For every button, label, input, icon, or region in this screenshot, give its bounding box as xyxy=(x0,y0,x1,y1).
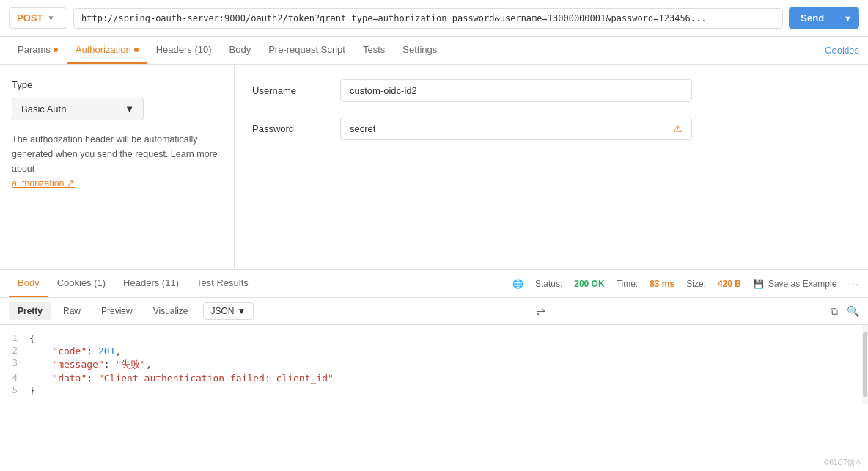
time-prefix: Time: xyxy=(617,279,639,289)
code-line-4: 4 "data": "Client authentication failed:… xyxy=(0,372,868,384)
line-num-4: 4 xyxy=(0,373,29,383)
fmt-raw-label: Raw xyxy=(63,306,81,316)
copy-icon[interactable]: ⧉ xyxy=(831,305,838,318)
tab-headers-label: Headers (10) xyxy=(156,44,212,55)
response-status: 🌐 Status: 200 OK Time: 83 ms Size: 420 B… xyxy=(512,278,859,290)
warning-icon: ⚠ xyxy=(673,123,683,134)
resp-tab-headers-label: Headers (11) xyxy=(123,277,179,288)
response-tabs-bar: Body Cookies (1) Headers (11) Test Resul… xyxy=(0,270,868,298)
tab-authorization-label: Authorization xyxy=(76,44,131,55)
size-prefix: Size: xyxy=(686,279,706,289)
size-value: 420 B xyxy=(718,279,741,289)
fmt-visualize-label: Visualize xyxy=(153,306,188,316)
authorization-link[interactable]: authorization ↗ xyxy=(12,178,75,189)
cookies-link[interactable]: Cookies xyxy=(825,45,859,56)
save-icon: 💾 xyxy=(753,279,764,289)
tab-settings-label: Settings xyxy=(402,44,437,55)
response-section: Body Cookies (1) Headers (11) Test Resul… xyxy=(0,270,868,404)
tab-tests[interactable]: Tests xyxy=(354,37,394,64)
auth-type-value: Basic Auth xyxy=(21,103,66,114)
password-input[interactable]: secret ⚠ xyxy=(340,117,692,140)
code-line-2: 2 "code": 201, xyxy=(0,345,868,357)
password-label: Password xyxy=(252,123,340,134)
save-as-example-button[interactable]: 💾 Save as Example xyxy=(753,279,836,289)
type-label: Type xyxy=(12,79,222,90)
username-label: Username xyxy=(252,85,340,96)
json-chevron-icon: ▼ xyxy=(238,306,246,316)
code-line-5: 5 } xyxy=(0,384,868,397)
more-options-icon[interactable]: ··· xyxy=(848,278,859,290)
auth-desc-text: The authorization header will be automat… xyxy=(12,134,218,174)
tab-body[interactable]: Body xyxy=(221,37,260,64)
line-content-4: "data": "Client authentication failed: c… xyxy=(29,373,868,384)
code-line-1: 1 { xyxy=(0,332,868,345)
tab-pre-request-label: Pre-request Script xyxy=(268,44,345,55)
body-format-bar: Pretty Raw Preview Visualize JSON ▼ ⇌ ⧉ … xyxy=(0,298,868,325)
line-num-3: 3 xyxy=(0,358,29,368)
authorization-dot xyxy=(134,48,139,52)
line-content-1: { xyxy=(29,333,868,344)
params-dot xyxy=(54,48,58,52)
fmt-tab-pretty[interactable]: Pretty xyxy=(9,302,51,320)
resp-tab-cookies-label: Cookies (1) xyxy=(57,277,106,288)
tab-params[interactable]: Params xyxy=(9,37,67,64)
auth-type-select[interactable]: Basic Auth ▼ xyxy=(12,98,144,120)
code-block: 1 { 2 "code": 201, 3 "message": "失败", 4 … xyxy=(0,325,868,404)
username-field: Username custom-oidc-id2 xyxy=(252,79,850,102)
line-content-2: "code": 201, xyxy=(29,346,868,357)
tab-settings[interactable]: Settings xyxy=(394,37,446,64)
auth-left: Type Basic Auth ▼ The authorization head… xyxy=(0,65,235,269)
auth-type-chevron-icon: ▼ xyxy=(125,103,134,114)
method-chevron-icon: ▼ xyxy=(47,14,54,22)
code-line-3: 3 "message": "失败", xyxy=(0,357,868,372)
send-label: Send xyxy=(789,12,836,23)
time-value: 83 ms xyxy=(650,279,674,289)
send-arrow-icon[interactable]: ▼ xyxy=(836,14,859,23)
search-icon[interactable]: 🔍 xyxy=(847,305,859,318)
resp-tab-headers[interactable]: Headers (11) xyxy=(114,270,188,297)
line-num-5: 5 xyxy=(0,385,29,395)
send-button[interactable]: Send ▼ xyxy=(789,7,859,29)
json-format-select[interactable]: JSON ▼ xyxy=(203,302,254,320)
fmt-tab-raw[interactable]: Raw xyxy=(54,302,89,320)
fmt-tab-preview[interactable]: Preview xyxy=(92,302,141,320)
tab-headers[interactable]: Headers (10) xyxy=(147,37,221,64)
save-example-label: Save as Example xyxy=(768,279,836,289)
username-input[interactable]: custom-oidc-id2 xyxy=(340,79,692,102)
password-value: secret xyxy=(350,123,375,134)
line-num-2: 2 xyxy=(0,346,29,356)
resp-tab-test-results-label: Test Results xyxy=(196,277,249,288)
globe-icon: 🌐 xyxy=(512,279,523,289)
auth-right: Username custom-oidc-id2 Password secret… xyxy=(235,65,868,269)
username-value: custom-oidc-id2 xyxy=(350,85,417,96)
status-prefix: Status: xyxy=(535,279,562,289)
auth-description: The authorization header will be automat… xyxy=(12,132,222,191)
tab-body-label: Body xyxy=(229,44,251,55)
scrollbar-track xyxy=(862,325,868,404)
resp-tab-cookies[interactable]: Cookies (1) xyxy=(48,270,114,297)
tab-authorization[interactable]: Authorization xyxy=(67,37,147,64)
watermark: ©61CT恬本 xyxy=(824,458,862,468)
scrollbar-thumb-bot xyxy=(863,353,867,397)
request-tabs: Params Authorization Headers (10) Body P… xyxy=(0,37,868,65)
fmt-pretty-label: Pretty xyxy=(18,306,43,316)
tab-params-label: Params xyxy=(18,44,51,55)
resp-tab-test-results[interactable]: Test Results xyxy=(188,270,257,297)
url-input[interactable] xyxy=(73,8,783,29)
auth-panel: Type Basic Auth ▼ The authorization head… xyxy=(0,65,868,270)
status-value: 200 OK xyxy=(574,279,604,289)
line-content-5: } xyxy=(29,385,868,396)
fmt-tab-visualize[interactable]: Visualize xyxy=(144,302,197,320)
method-select[interactable]: POST ▼ xyxy=(9,7,67,29)
resp-tab-body-label: Body xyxy=(18,277,40,288)
tab-pre-request[interactable]: Pre-request Script xyxy=(260,37,354,64)
json-format-label: JSON xyxy=(211,306,235,316)
resp-tab-body[interactable]: Body xyxy=(9,270,48,297)
method-label: POST xyxy=(17,12,43,23)
url-bar: POST ▼ Send ▼ xyxy=(0,0,868,37)
fmt-preview-label: Preview xyxy=(101,306,133,316)
line-content-3: "message": "失败", xyxy=(29,358,868,371)
line-num-1: 1 xyxy=(0,333,29,343)
password-field: Password secret ⚠ xyxy=(252,117,850,140)
wrap-icon[interactable]: ⇌ xyxy=(536,304,545,318)
